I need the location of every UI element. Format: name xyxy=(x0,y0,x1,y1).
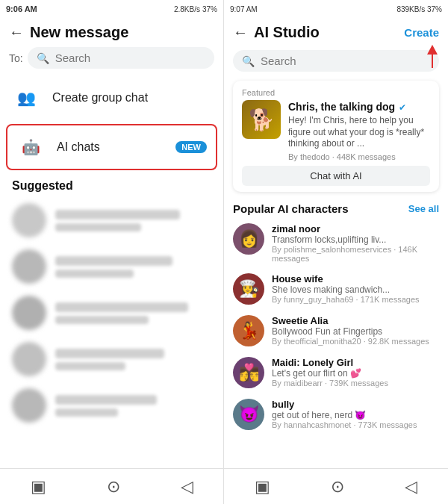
right-search-icon: 🔍 xyxy=(242,55,255,67)
right-panel: 9:07 AM 839KB/s 37% ← AI Studio Create 🔍… xyxy=(224,0,448,504)
list-item[interactable]: 👩 zimal noor Transform locks,uplifting l… xyxy=(224,218,448,268)
left-back-icon[interactable]: ← xyxy=(9,24,24,41)
nav-home-icon[interactable]: ▣ xyxy=(31,477,46,497)
right-time: 9:07 AM xyxy=(230,5,258,13)
suggested-title: Suggested xyxy=(0,173,223,197)
new-badge: NEW xyxy=(175,141,207,153)
create-group-item[interactable]: 👥 Create group chat xyxy=(0,75,223,121)
char-name: bully xyxy=(272,399,417,410)
featured-text: Chris, the talking dog ✔ Hey! I'm Chris,… xyxy=(288,100,430,161)
char-info: House wife She loves making sandwich... … xyxy=(272,273,420,304)
create-group-icon: 👥 xyxy=(12,84,40,112)
avatar: 💃 xyxy=(233,315,264,346)
char-info: bully get out of here, nerd 😈 By hannahc… xyxy=(272,399,417,429)
text-line xyxy=(55,395,157,405)
avatar: 👩‍❤️‍💋‍👨 xyxy=(233,357,264,388)
char-info: Maidi: Lonely Girl Let's get our flirt o… xyxy=(272,357,388,388)
left-status-bar: 9:06 AM 2.8KB/s 37% xyxy=(0,0,223,18)
right-bottom-nav: ▣ ⊙ ◁ xyxy=(224,468,448,504)
left-battery: 37% xyxy=(202,5,217,13)
chat-with-ai-button[interactable]: Chat with AI xyxy=(242,166,430,186)
char-meta: By theofficial_monitha20 · 92.8K message… xyxy=(272,337,429,346)
featured-content: 🐕 Chris, the talking dog ✔ Hey! I'm Chri… xyxy=(242,100,430,161)
text-line xyxy=(55,302,188,312)
featured-label: Featured xyxy=(242,88,430,97)
create-button[interactable]: Create xyxy=(404,26,439,39)
left-status-icons: 2.8KB/s 37% xyxy=(174,5,217,13)
list-item[interactable]: 👩‍❤️‍💋‍👨 Maidi: Lonely Girl Let's get ou… xyxy=(224,352,448,393)
featured-card: Featured 🐕 Chris, the talking dog ✔ Hey!… xyxy=(233,81,439,192)
char-meta: By polishme_salonhomeservices · 146K mes… xyxy=(272,245,439,263)
arrow-line xyxy=(432,55,433,68)
ai-chats-label: AI chats xyxy=(57,140,164,154)
left-search-input[interactable] xyxy=(55,52,205,64)
avatar: 👩 xyxy=(233,223,264,255)
item-text xyxy=(55,395,211,417)
right-battery: 37% xyxy=(427,5,442,13)
suggested-list xyxy=(0,197,223,468)
text-line-sm xyxy=(55,408,118,417)
item-text xyxy=(55,210,211,231)
list-item[interactable] xyxy=(0,382,223,429)
verified-icon: ✔ xyxy=(399,102,406,113)
see-all-button[interactable]: See all xyxy=(408,203,439,214)
list-item[interactable] xyxy=(0,290,223,336)
right-nav-home-icon[interactable]: ▣ xyxy=(255,477,270,497)
right-search-input[interactable] xyxy=(261,55,430,67)
char-desc: Transform locks,uplifting liv... xyxy=(272,234,439,245)
char-desc: Bollywood Fun at Fingertips xyxy=(272,326,429,337)
ai-chats-item[interactable]: 🤖 AI chats NEW xyxy=(6,124,217,170)
right-nav-back-icon[interactable]: ◁ xyxy=(405,477,417,497)
left-search-icon: 🔍 xyxy=(37,52,49,64)
avatar xyxy=(12,342,46,376)
avatar: 😈 xyxy=(233,399,264,430)
character-list: 👩 zimal noor Transform locks,uplifting l… xyxy=(224,218,448,468)
list-item[interactable]: 😈 bully get out of here, nerd 😈 By hanna… xyxy=(224,393,448,435)
list-item[interactable] xyxy=(0,197,223,243)
create-group-label: Create group chat xyxy=(52,91,211,105)
text-line xyxy=(55,349,164,358)
text-line-sm xyxy=(55,316,149,324)
right-header: ← AI Studio Create xyxy=(224,18,448,47)
popular-title: Popular AI characters xyxy=(233,202,349,215)
item-text xyxy=(55,302,211,324)
right-back-icon[interactable]: ← xyxy=(233,24,248,41)
ai-chats-icon: 🤖 xyxy=(16,133,45,161)
right-title: AI Studio xyxy=(254,24,398,41)
char-name: Sweetie Alia xyxy=(272,315,429,326)
left-title: New message xyxy=(30,24,128,41)
left-header: ← New message xyxy=(0,18,223,47)
left-bottom-nav: ▣ ⊙ ◁ xyxy=(0,468,223,504)
text-line-sm xyxy=(55,362,125,370)
left-panel: 9:06 AM 2.8KB/s 37% ← New message To: 🔍 … xyxy=(0,0,224,504)
right-header-wrapper: ← AI Studio Create xyxy=(224,18,448,47)
to-label: To: xyxy=(9,52,23,64)
arrow-up-icon xyxy=(427,45,438,55)
char-info: Sweetie Alia Bollywood Fun at Fingertips… xyxy=(272,315,429,346)
featured-name: Chris, the talking dog xyxy=(288,101,395,113)
left-search-bar[interactable]: 🔍 xyxy=(28,47,214,69)
list-item[interactable]: 👩‍🍳 House wife She loves making sandwich… xyxy=(224,268,448,310)
nav-home-circle-icon[interactable]: ⊙ xyxy=(107,477,120,497)
char-meta: By maidibearr · 739K messages xyxy=(272,379,388,388)
right-nav-circle-icon[interactable]: ⊙ xyxy=(331,477,344,497)
item-text xyxy=(55,349,211,370)
list-item[interactable] xyxy=(0,336,223,382)
right-search-bar[interactable]: 🔍 xyxy=(233,50,439,72)
left-signal: 2.8KB/s xyxy=(174,5,200,13)
nav-back-icon[interactable]: ◁ xyxy=(181,477,193,497)
char-desc: get out of here, nerd 😈 xyxy=(272,410,417,420)
char-desc: Let's get our flirt on 💕 xyxy=(272,368,388,379)
list-item[interactable] xyxy=(0,243,223,290)
avatar: 👩‍🍳 xyxy=(233,273,264,305)
featured-meta: By thedodo · 448K messages xyxy=(288,152,430,161)
char-name: zimal noor xyxy=(272,223,439,234)
avatar xyxy=(12,296,46,330)
char-meta: By funny_guy_haha69 · 171K messages xyxy=(272,295,420,304)
char-desc: She loves making sandwich... xyxy=(272,284,420,295)
char-info: zimal noor Transform locks,uplifting liv… xyxy=(272,223,439,263)
list-item[interactable]: 💃 Sweetie Alia Bollywood Fun at Fingerti… xyxy=(224,310,448,352)
popular-header: Popular AI characters See all xyxy=(224,198,448,218)
avatar xyxy=(12,203,46,237)
text-line-sm xyxy=(55,223,141,231)
